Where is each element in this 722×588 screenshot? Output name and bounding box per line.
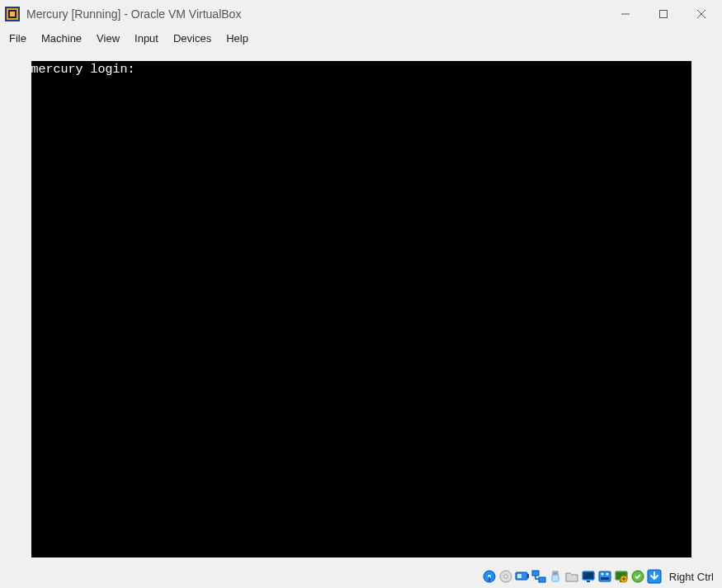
statusbar: Right Ctrl	[0, 565, 722, 588]
svg-rect-28	[601, 577, 609, 580]
optical-disc-icon[interactable]	[498, 568, 514, 585]
svg-rect-20	[554, 572, 554, 574]
svg-rect-15	[517, 574, 521, 578]
svg-rect-14	[527, 574, 529, 578]
svg-point-27	[606, 573, 608, 576]
svg-rect-24	[587, 581, 590, 582]
menu-devices[interactable]: Devices	[166, 30, 219, 47]
vm-console[interactable]: mercury login:	[31, 61, 691, 557]
menu-view[interactable]: View	[89, 30, 127, 47]
display-icon[interactable]	[580, 568, 597, 585]
audio-icon[interactable]	[514, 568, 531, 585]
titlebar: Mercury [Running] - Oracle VM VirtualBox	[0, 0, 722, 28]
virtualbox-app-icon	[5, 7, 20, 21]
shared-folder-icon[interactable]	[564, 568, 580, 585]
hard-disk-icon[interactable]	[481, 568, 498, 585]
menu-machine[interactable]: Machine	[34, 30, 89, 47]
svg-rect-23	[583, 572, 593, 579]
svg-rect-17	[539, 577, 545, 582]
video-capture-icon[interactable]	[597, 568, 613, 585]
menu-input[interactable]: Input	[127, 30, 166, 47]
svg-rect-25	[599, 572, 611, 581]
svg-rect-10	[488, 576, 489, 581]
menu-file[interactable]: File	[2, 30, 34, 47]
svg-point-12	[504, 575, 507, 578]
svg-rect-21	[555, 572, 556, 574]
window-controls	[606, 0, 720, 28]
window-title: Mercury [Running] - Oracle VM VirtualBox	[26, 7, 241, 21]
svg-point-26	[601, 573, 603, 576]
svg-rect-16	[532, 571, 539, 576]
menubar: File Machine View Input Devices Help	[0, 28, 722, 48]
menu-help[interactable]: Help	[219, 30, 256, 47]
guest-display-area: mercury login:	[0, 48, 722, 565]
minimize-button[interactable]	[606, 0, 644, 28]
svg-rect-19	[552, 575, 559, 581]
activity-indicator-icon[interactable]	[630, 568, 646, 585]
svg-rect-18	[553, 572, 558, 575]
host-key-indicator-icon[interactable]	[646, 568, 663, 585]
usb-icon[interactable]	[547, 568, 564, 585]
guest-additions-icon[interactable]	[613, 568, 630, 585]
svg-rect-5	[660, 11, 668, 18]
maximize-button[interactable]	[644, 0, 682, 28]
network-icon[interactable]	[531, 568, 547, 585]
host-key-label[interactable]: Right Ctrl	[666, 571, 717, 583]
status-icons	[481, 568, 663, 585]
close-button[interactable]	[682, 0, 720, 28]
svg-rect-3	[10, 12, 15, 16]
